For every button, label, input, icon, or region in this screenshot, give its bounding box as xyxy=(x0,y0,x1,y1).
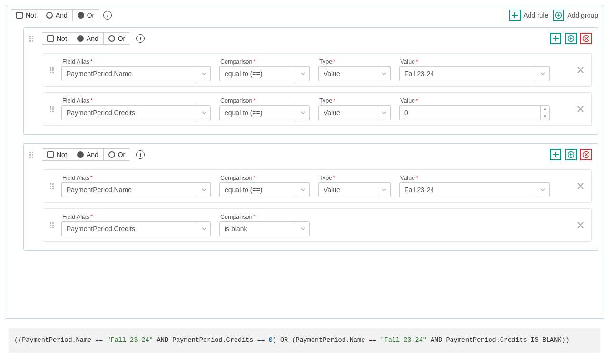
chevron-down-icon[interactable] xyxy=(296,106,309,120)
logic-toggle[interactable]: NotAndOr xyxy=(42,148,130,161)
field-label: Value* xyxy=(399,59,550,65)
field-label: Comparison* xyxy=(219,214,310,220)
drag-handle[interactable] xyxy=(50,183,57,189)
not-toggle[interactable]: Not xyxy=(42,33,72,44)
dropdown-value: equal to (==) xyxy=(220,183,296,197)
field-label: Field Alias* xyxy=(61,98,211,104)
or-toggle[interactable]: Or xyxy=(73,10,99,21)
info-icon[interactable]: i xyxy=(103,11,112,20)
dropdown[interactable]: equal to (==) xyxy=(219,105,310,120)
and-toggle[interactable]: And xyxy=(72,149,104,160)
field-label: Type* xyxy=(318,98,391,104)
rule-row: Field Alias*PaymentPeriod.NameComparison… xyxy=(43,169,592,203)
field-label: Value* xyxy=(399,98,550,104)
delete-rule-button[interactable] xyxy=(576,105,585,113)
info-icon[interactable]: i xyxy=(136,150,145,159)
field-label: Comparison* xyxy=(219,59,310,65)
root-query-group: Not And Or i xyxy=(5,5,604,319)
dropdown[interactable]: PaymentPeriod.Name xyxy=(61,182,211,197)
field-label: Field Alias* xyxy=(61,214,211,220)
add-group-icon[interactable] xyxy=(565,149,577,160)
chevron-down-icon[interactable] xyxy=(197,183,210,197)
dropdown[interactable]: Fall 23-24 xyxy=(399,182,550,197)
rule-row: Field Alias*PaymentPeriod.NameComparison… xyxy=(43,53,592,87)
chevron-down-icon[interactable] xyxy=(296,222,309,236)
and-label: And xyxy=(56,11,68,19)
dropdown[interactable]: Value xyxy=(318,66,391,81)
delete-rule-button[interactable] xyxy=(576,66,585,74)
plus-icon xyxy=(509,10,521,21)
delete-group-icon[interactable] xyxy=(580,149,592,160)
dropdown-value: PaymentPeriod.Credits xyxy=(62,222,197,236)
chevron-down-icon[interactable] xyxy=(197,106,210,120)
chevron-down-icon[interactable] xyxy=(296,183,309,197)
add-rule-icon[interactable] xyxy=(550,33,561,44)
field-label: Field Alias* xyxy=(61,59,211,65)
not-toggle[interactable]: Not xyxy=(11,10,41,21)
chevron-down-icon[interactable] xyxy=(197,67,210,81)
drag-handle[interactable] xyxy=(50,67,57,73)
dropdown-value: Value xyxy=(319,183,377,197)
or-toggle[interactable]: Or xyxy=(104,33,130,44)
or-toggle[interactable]: Or xyxy=(104,149,130,160)
info-icon[interactable]: i xyxy=(136,34,145,43)
field-label: Type* xyxy=(318,175,391,181)
logic-toggle[interactable]: NotAndOr xyxy=(42,32,130,45)
dropdown[interactable]: 0▲▼ xyxy=(399,105,550,120)
dropdown-value: equal to (==) xyxy=(220,67,296,81)
dropdown[interactable]: equal to (==) xyxy=(219,66,310,81)
field-label: Type* xyxy=(318,59,391,65)
drag-handle[interactable] xyxy=(29,152,36,158)
rule-row: Field Alias*PaymentPeriod.CreditsCompari… xyxy=(43,208,592,242)
field-label: Field Alias* xyxy=(61,175,211,181)
dropdown[interactable]: Value xyxy=(318,182,391,197)
dropdown[interactable]: equal to (==) xyxy=(219,182,310,197)
not-toggle[interactable]: Not xyxy=(42,149,72,160)
dropdown-value: PaymentPeriod.Credits xyxy=(62,106,197,120)
dropdown-value: Value xyxy=(319,106,377,120)
dropdown[interactable]: PaymentPeriod.Name xyxy=(61,66,211,81)
add-group-icon[interactable] xyxy=(565,33,577,44)
field-label: Comparison* xyxy=(219,175,310,181)
field-label: Value* xyxy=(399,175,550,181)
root-logic-toggle[interactable]: Not And Or xyxy=(11,9,99,21)
or-label: Or xyxy=(87,11,95,19)
and-toggle[interactable]: And xyxy=(41,10,73,21)
dropdown-value: is blank xyxy=(220,222,296,236)
dropdown[interactable]: is blank xyxy=(219,221,310,236)
dropdown[interactable]: Value xyxy=(318,105,391,120)
add-rule-label: Add rule xyxy=(523,11,548,19)
drag-handle[interactable] xyxy=(29,36,36,42)
dropdown-value: PaymentPeriod.Name xyxy=(62,183,197,197)
and-toggle[interactable]: And xyxy=(72,33,104,44)
chevron-down-icon[interactable] xyxy=(377,183,390,197)
chevron-down-icon[interactable] xyxy=(536,67,549,81)
dropdown[interactable]: PaymentPeriod.Credits xyxy=(61,105,211,120)
number-spinner[interactable]: ▲▼ xyxy=(540,106,549,120)
delete-rule-button[interactable] xyxy=(576,182,585,190)
add-group-button[interactable]: Add group xyxy=(553,10,598,21)
plus-circle-icon xyxy=(553,10,564,21)
chevron-down-icon[interactable] xyxy=(536,183,549,197)
expression-output: ((PaymentPeriod.Name == "Fall 23-24" AND… xyxy=(9,328,600,353)
chevron-down-icon[interactable] xyxy=(377,67,390,81)
drag-handle[interactable] xyxy=(50,222,57,228)
add-rule-icon[interactable] xyxy=(550,149,561,160)
delete-group-icon[interactable] xyxy=(580,33,592,44)
dropdown[interactable]: Fall 23-24 xyxy=(399,66,550,81)
dropdown[interactable]: PaymentPeriod.Credits xyxy=(61,221,211,236)
dropdown-value: 0 xyxy=(400,106,540,120)
chevron-down-icon[interactable] xyxy=(296,67,309,81)
chevron-down-icon[interactable] xyxy=(377,106,390,120)
dropdown-value: PaymentPeriod.Name xyxy=(62,67,197,81)
add-group-label: Add group xyxy=(567,11,598,19)
chevron-down-icon[interactable] xyxy=(197,222,210,236)
dropdown-value: Fall 23-24 xyxy=(400,183,536,197)
field-label: Comparison* xyxy=(219,98,310,104)
dropdown-value: equal to (==) xyxy=(220,106,296,120)
delete-rule-button[interactable] xyxy=(576,221,585,229)
drag-handle[interactable] xyxy=(50,106,57,112)
add-rule-button[interactable]: Add rule xyxy=(509,10,548,21)
query-group: NotAndOriField Alias*PaymentPeriod.NameC… xyxy=(23,143,598,251)
dropdown-value: Value xyxy=(319,67,377,81)
